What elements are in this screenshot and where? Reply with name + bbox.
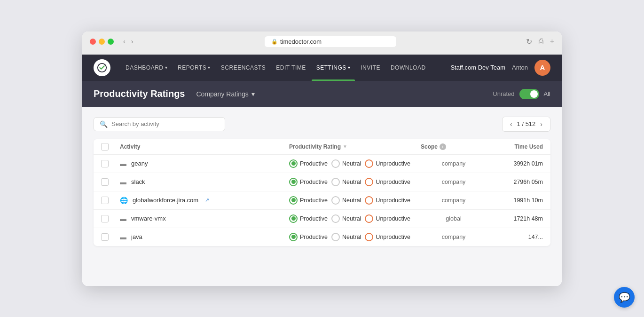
- row-checkbox[interactable]: [101, 233, 109, 241]
- row-checkbox[interactable]: [101, 215, 109, 222]
- company-ratings-dropdown[interactable]: Company Ratings ▾: [192, 88, 258, 100]
- app-logo[interactable]: [94, 59, 110, 76]
- neutral-radio[interactable]: Neutral: [331, 196, 361, 205]
- next-page-button[interactable]: ›: [538, 119, 544, 129]
- browser-window: ‹ › 🔒 timedoctor.com ↻ ⎙ +: [82, 32, 562, 286]
- nav-item-reports[interactable]: REPORTS ▾: [173, 55, 215, 81]
- top-nav: DASHBOARD ▾ REPORTS ▾ SCREENCASTS EDIT T…: [82, 55, 562, 81]
- sub-header: Productivity Ratings Company Ratings ▾ U…: [82, 81, 562, 107]
- share-button[interactable]: ⎙: [539, 37, 543, 46]
- search-input[interactable]: [111, 120, 219, 127]
- nav-arrows: ‹ ›: [121, 37, 135, 46]
- productive-label: Productive: [300, 197, 328, 204]
- unproductive-label: Unproductive: [376, 234, 410, 240]
- neutral-radio[interactable]: Neutral: [331, 178, 361, 186]
- chevron-down-icon: ▾: [251, 90, 255, 98]
- nav-item-edit-time[interactable]: EDIT TIME: [271, 55, 310, 81]
- activity-header: Activity: [120, 143, 289, 151]
- traffic-lights: [90, 39, 114, 45]
- rating-cell: Productive Neutral Unproductive: [289, 159, 421, 168]
- activity-name: vmware-vmx: [131, 215, 166, 222]
- row-checkbox[interactable]: [101, 178, 109, 186]
- productive-radio-circle: [289, 178, 298, 186]
- checkbox-header: [101, 143, 120, 151]
- time-cell: 147...: [487, 234, 543, 240]
- neutral-radio[interactable]: Neutral: [331, 233, 361, 241]
- app: DASHBOARD ▾ REPORTS ▾ SCREENCASTS EDIT T…: [82, 55, 562, 286]
- prev-page-button[interactable]: ‹: [508, 119, 514, 129]
- rating-cell: Productive Neutral Unproductive: [289, 178, 421, 186]
- productive-radio[interactable]: Productive: [289, 214, 328, 223]
- neutral-label: Neutral: [342, 234, 361, 240]
- pagination-text: 1 / 512: [517, 120, 536, 127]
- maximize-button[interactable]: [108, 39, 114, 45]
- neutral-radio[interactable]: Neutral: [331, 214, 361, 223]
- productive-radio-circle: [289, 214, 298, 223]
- app-icon: ▬: [120, 215, 126, 222]
- close-button[interactable]: [90, 39, 96, 45]
- productive-label: Productive: [300, 179, 328, 185]
- minimize-button[interactable]: [99, 39, 105, 45]
- page-title: Productivity Ratings: [94, 88, 185, 99]
- unproductive-radio[interactable]: Unproductive: [365, 196, 410, 205]
- team-name: Staff.com Dev Team: [450, 64, 505, 71]
- search-box[interactable]: 🔍: [94, 117, 225, 131]
- reload-button[interactable]: ↻: [526, 37, 532, 46]
- productive-radio[interactable]: Productive: [289, 159, 328, 168]
- time-cell: 1721h 48m: [487, 215, 543, 222]
- browser-top-bar: ‹ › 🔒 timedoctor.com ↻ ⎙ +: [90, 36, 554, 47]
- unproductive-radio[interactable]: Unproductive: [365, 159, 410, 168]
- external-link-icon[interactable]: ↗: [205, 197, 209, 203]
- new-tab-button[interactable]: +: [550, 37, 554, 46]
- unproductive-radio[interactable]: Unproductive: [365, 233, 410, 241]
- nav-item-download[interactable]: DOWNLOAD: [386, 55, 431, 81]
- table-row: ▬ vmware-vmx Productive Neutral: [94, 210, 550, 228]
- table-row: 🌐 globalworkforce.jira.com ↗ Productive …: [94, 191, 550, 210]
- unproductive-radio-circle: [365, 159, 373, 168]
- row-checkbox[interactable]: [101, 160, 109, 167]
- sort-icon[interactable]: ▼: [343, 144, 347, 149]
- neutral-radio-circle: [331, 214, 340, 223]
- unproductive-radio-circle: [365, 214, 373, 223]
- scope-cell: global: [421, 215, 487, 222]
- activities-table: Activity Productivity Rating ▼ Scope i T…: [94, 139, 550, 246]
- nav-item-settings[interactable]: SETTINGS ▾: [312, 55, 355, 81]
- pagination-control: ‹ 1 / 512 ›: [502, 117, 550, 132]
- scope-header: Scope i: [421, 143, 487, 151]
- unproductive-radio[interactable]: Unproductive: [365, 214, 410, 223]
- info-icon[interactable]: i: [440, 143, 446, 150]
- unproductive-radio[interactable]: Unproductive: [365, 178, 410, 186]
- unrated-toggle[interactable]: [519, 89, 539, 99]
- row-checkbox[interactable]: [101, 197, 109, 204]
- back-button[interactable]: ‹: [121, 37, 127, 46]
- neutral-label: Neutral: [342, 197, 361, 204]
- user-name: Anton: [512, 64, 528, 71]
- table-row: ▬ slack Productive Neutral: [94, 173, 550, 191]
- chevron-down-icon: ▾: [165, 65, 168, 70]
- productive-label: Productive: [300, 160, 328, 167]
- nav-item-invite[interactable]: INVITE: [356, 55, 385, 81]
- url-display[interactable]: 🔒 timedoctor.com: [265, 36, 396, 47]
- neutral-radio-circle: [331, 159, 340, 168]
- productive-radio[interactable]: Productive: [289, 233, 328, 241]
- neutral-radio[interactable]: Neutral: [331, 159, 361, 168]
- nav-item-dashboard[interactable]: DASHBOARD ▾: [121, 55, 172, 81]
- time-cell: 3992h 01m: [487, 160, 543, 167]
- address-bar: 🔒 timedoctor.com: [140, 36, 521, 47]
- productive-radio[interactable]: Productive: [289, 196, 328, 205]
- nav-item-screencasts[interactable]: SCREENCASTS: [216, 55, 271, 81]
- unrated-label: Unrated: [493, 90, 514, 97]
- avatar[interactable]: A: [534, 60, 550, 76]
- unproductive-radio-circle: [365, 178, 373, 186]
- sub-header-right: Unrated All: [493, 89, 550, 99]
- lock-icon: 🔒: [271, 39, 278, 45]
- scope-cell: company: [421, 160, 487, 167]
- chat-widget[interactable]: 💬: [614, 287, 635, 308]
- productive-radio[interactable]: Productive: [289, 178, 328, 186]
- table-header: Activity Productivity Rating ▼ Scope i T…: [94, 139, 550, 155]
- forward-button[interactable]: ›: [129, 37, 135, 46]
- select-all-checkbox[interactable]: [101, 143, 109, 151]
- unproductive-label: Unproductive: [376, 197, 410, 204]
- productive-radio-circle: [289, 159, 298, 168]
- chevron-down-icon: ▾: [208, 65, 211, 70]
